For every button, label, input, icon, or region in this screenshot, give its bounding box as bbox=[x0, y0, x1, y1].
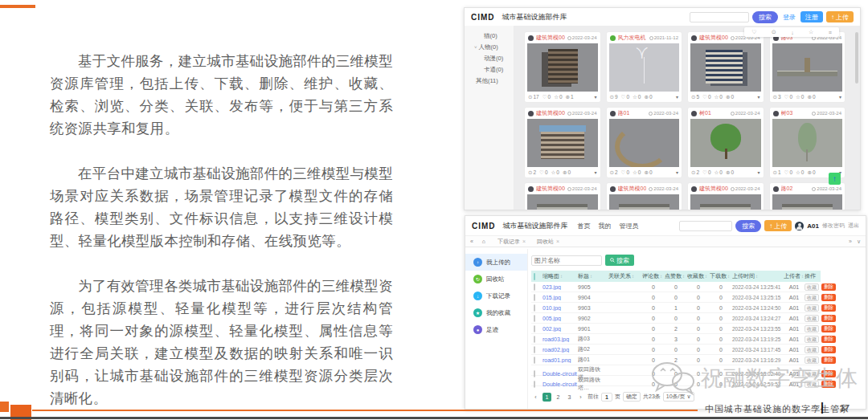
column-header[interactable]: 标题 bbox=[578, 272, 608, 280]
favorite-button[interactable]: 收藏 bbox=[805, 304, 819, 312]
model-card[interactable]: 路02 2022-03-24 ⊙0 ♡0 ☆0 ⊕0 ▾ bbox=[769, 182, 846, 210]
nav-item[interactable]: 我的 bbox=[599, 222, 612, 230]
close-icon[interactable]: × bbox=[556, 239, 559, 244]
model-card[interactable]: 树03 2022-03-24 ⊙1 ♡0 ☆0 ⊕0 ▾ bbox=[769, 107, 846, 178]
row-checkbox[interactable] bbox=[534, 370, 535, 377]
open-tab[interactable]: 下载记录× bbox=[494, 237, 529, 246]
category-item[interactable]: 其他(11) bbox=[465, 75, 514, 87]
tab-menu-icon[interactable]: ∨ bbox=[857, 239, 861, 245]
change-password-link[interactable]: 修改密码 bbox=[822, 222, 845, 230]
model-name[interactable]: 风力发电机 bbox=[618, 34, 646, 42]
model-card[interactable]: 建筑简模006 2022-03-24 ⊙0 ♡0 ☆0 ⊕0 ▾ bbox=[524, 182, 601, 210]
sidebar-menu-item[interactable]: ↑ 我上传的 bbox=[465, 254, 527, 271]
file-link[interactable]: 005.jpg bbox=[542, 316, 578, 321]
model-card[interactable]: 建筑简模007 2022-03-24 ⊙0 ♡0 ☆0 ⊕0 ▾ bbox=[606, 182, 683, 210]
search-input[interactable] bbox=[690, 12, 749, 22]
file-link[interactable]: Double-circuit… bbox=[542, 381, 578, 387]
model-card[interactable]: 建筑简模004 2022-03-24 ⊙0 ♡0 ☆0 ⊕0 ▾ bbox=[687, 182, 764, 210]
category-item[interactable]: 动漫(0) bbox=[465, 53, 514, 64]
login-link[interactable]: 登录 bbox=[783, 13, 796, 22]
model-thumbnail[interactable] bbox=[772, 194, 843, 210]
favorite-button[interactable]: 收藏 bbox=[805, 283, 819, 291]
model-name[interactable]: 建筑简模004 bbox=[699, 185, 728, 193]
file-link[interactable]: Double-circuit… bbox=[542, 371, 578, 377]
chevron-down-icon[interactable]: ▾ bbox=[594, 169, 596, 175]
model-card[interactable]: 建筑简模001 2022-03-24 ⊙17 ♡0 ☆0 ⊕1 ▾ bbox=[524, 31, 601, 103]
chevron-down-icon[interactable]: ▾ bbox=[594, 94, 596, 100]
model-card[interactable]: 路03 2022-03-24 ⊙3 ♡0 ☆0 ⊕0 ▾ bbox=[769, 31, 846, 103]
sidebar-menu-item[interactable]: ★ 我的收藏 bbox=[465, 304, 527, 321]
filter-search-button[interactable]: 搜索 bbox=[605, 255, 634, 266]
favorite-button[interactable]: 收藏 bbox=[805, 370, 819, 377]
delete-button[interactable]: 删除 bbox=[821, 346, 836, 353]
file-link[interactable]: road03.jpg bbox=[542, 336, 578, 342]
back-to-top-button[interactable]: ↑ bbox=[829, 173, 841, 185]
column-header[interactable]: 操作 bbox=[805, 272, 841, 280]
search-button[interactable]: 搜索 bbox=[735, 220, 761, 232]
scrollbar[interactable] bbox=[855, 32, 858, 84]
model-card[interactable]: 树01 2022-03-24 ⊙2 ♡0 ☆0 ⊕0 ▾ bbox=[687, 107, 764, 178]
sidebar-menu-item[interactable]: ● 足迹 bbox=[465, 321, 527, 338]
row-checkbox[interactable] bbox=[534, 283, 535, 291]
column-header[interactable]: 关联关系 bbox=[608, 272, 642, 280]
favorite-button[interactable]: 收藏 bbox=[805, 315, 819, 322]
model-thumbnail[interactable] bbox=[527, 43, 598, 92]
sidebar-menu-item[interactable]: ↻ 回收站 bbox=[465, 271, 527, 287]
register-button[interactable]: 注册 bbox=[800, 11, 823, 22]
model-thumbnail[interactable] bbox=[772, 43, 843, 92]
select-all-checkbox[interactable] bbox=[534, 273, 535, 280]
per-page-select[interactable]: 10条/页∨ bbox=[663, 392, 694, 402]
sort-icon[interactable]: ≡ bbox=[829, 30, 832, 35]
model-thumbnail[interactable] bbox=[527, 194, 598, 210]
row-checkbox[interactable] bbox=[534, 325, 535, 332]
search-input[interactable] bbox=[679, 221, 732, 231]
row-checkbox[interactable] bbox=[534, 336, 535, 343]
favorite-button[interactable]: 收藏 bbox=[805, 325, 819, 332]
home-tab-icon[interactable]: ⌂ bbox=[478, 237, 489, 246]
favorite-button[interactable]: 收藏 bbox=[805, 357, 819, 364]
model-thumbnail[interactable] bbox=[690, 194, 761, 210]
model-name[interactable]: 建筑简模003 bbox=[699, 34, 728, 42]
row-checkbox[interactable] bbox=[534, 315, 535, 322]
chevron-down-icon[interactable]: ▾ bbox=[757, 169, 760, 175]
file-link[interactable]: 010.jpg bbox=[542, 305, 578, 311]
upload-button[interactable]: ↑上传 bbox=[826, 11, 854, 22]
model-name[interactable]: 路02 bbox=[781, 185, 793, 193]
model-name[interactable]: 建筑简模009 bbox=[536, 109, 565, 117]
delete-button[interactable]: 删除 bbox=[821, 370, 836, 377]
model-name[interactable]: 建筑简模007 bbox=[618, 185, 647, 193]
column-header[interactable]: 收藏数 bbox=[687, 272, 710, 280]
favorite-button[interactable]: 收藏 bbox=[805, 294, 819, 301]
delete-button[interactable]: 删除 bbox=[821, 325, 836, 332]
sort-icon[interactable]: ♡ bbox=[751, 29, 756, 35]
nav-item[interactable]: 首页 bbox=[578, 222, 591, 230]
model-thumbnail[interactable] bbox=[609, 43, 680, 92]
chevron-down-icon[interactable]: ▾ bbox=[676, 94, 678, 100]
filter-input[interactable] bbox=[531, 255, 602, 266]
delete-button[interactable]: 删除 bbox=[821, 336, 836, 343]
delete-button[interactable]: 删除 bbox=[821, 315, 836, 322]
search-button[interactable]: 搜索 bbox=[752, 11, 778, 23]
delete-button[interactable]: 删除 bbox=[821, 283, 836, 291]
column-header[interactable]: 上传者 bbox=[784, 272, 805, 280]
file-link[interactable]: 002.jpg bbox=[542, 326, 578, 332]
column-header[interactable]: 上传时间 bbox=[732, 272, 784, 280]
sort-icon[interactable]: ☆ bbox=[809, 29, 813, 35]
model-name[interactable]: 路01 bbox=[618, 109, 630, 117]
collapse-right-icon[interactable]: » bbox=[849, 239, 852, 245]
file-link[interactable]: road02.jpg bbox=[542, 347, 578, 353]
model-thumbnail[interactable] bbox=[609, 194, 680, 210]
user-avatar[interactable] bbox=[795, 222, 804, 230]
model-card[interactable]: 建筑简模003 2022-03-24 ⊙5 ♡0 ☆0 ⊕0 ▾ bbox=[687, 31, 764, 103]
favorite-button[interactable]: 收藏 bbox=[805, 346, 819, 353]
sort-icon[interactable]: ↓ bbox=[791, 30, 794, 35]
page-number-button[interactable]: 2 bbox=[554, 393, 563, 402]
row-checkbox[interactable] bbox=[534, 304, 535, 312]
row-checkbox[interactable] bbox=[534, 294, 535, 301]
prev-page-button[interactable]: ‹ bbox=[531, 393, 540, 402]
model-card[interactable]: 建筑简模009 2022-03-24 ⊙2 ♡0 ☆0 ⊕0 ▾ bbox=[524, 107, 601, 178]
file-link[interactable]: 023.jpg bbox=[542, 284, 578, 290]
page-number-button[interactable]: 3 bbox=[565, 393, 574, 402]
close-icon[interactable]: × bbox=[522, 239, 526, 244]
upload-button[interactable]: ↑上传 bbox=[764, 220, 792, 231]
